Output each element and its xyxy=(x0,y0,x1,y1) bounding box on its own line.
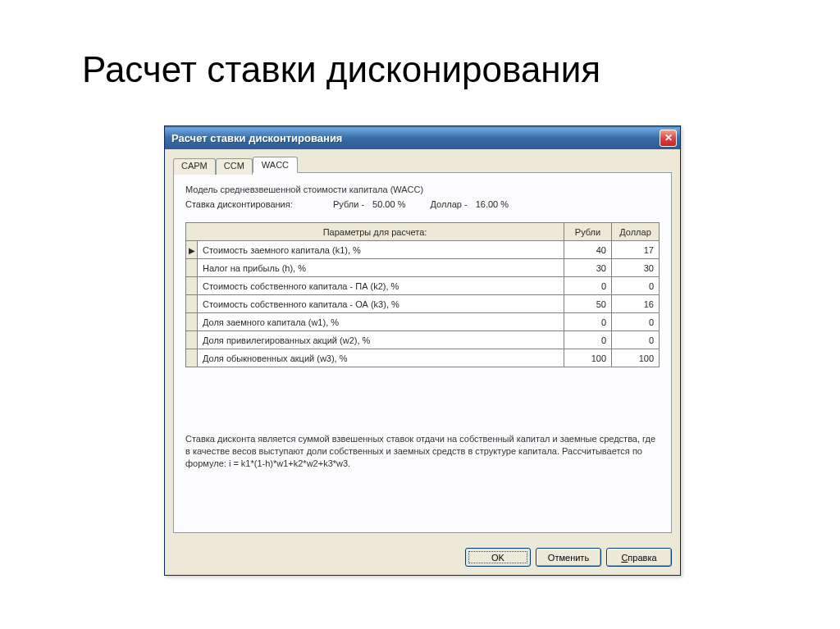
param-rub[interactable]: 0 xyxy=(564,313,612,331)
slide-title: Расчет ставки дисконирования xyxy=(82,49,600,90)
param-rub[interactable]: 100 xyxy=(564,349,612,367)
table-row[interactable]: Стоимость собственного капитала - ПА (k2… xyxy=(186,277,660,295)
rub-label: Рубли - xyxy=(333,199,364,209)
row-marker xyxy=(186,295,198,313)
tab-ccm[interactable]: CCM xyxy=(216,158,253,175)
param-name: Доля привилегированных акций (w2), % xyxy=(198,331,564,349)
tab-capm[interactable]: CAPM xyxy=(173,158,216,175)
param-rub[interactable]: 50 xyxy=(564,295,612,313)
row-marker xyxy=(186,313,198,331)
window-title: Расчет ставки дисконтирования xyxy=(171,132,342,144)
params-table[interactable]: Параметры для расчета: Рубли Доллар ▶Сто… xyxy=(185,222,660,367)
help-button[interactable]: Справка xyxy=(606,548,672,567)
param-name: Стоимость собственного капитала - ОА (k3… xyxy=(198,295,564,313)
table-row[interactable]: Доля заемного капитала (w1), %00 xyxy=(186,313,660,331)
param-name: Доля обыкновенных акций (w3), % xyxy=(198,349,564,367)
explanation-text: Ставка дисконта является суммой взвешенн… xyxy=(185,433,660,470)
table-row[interactable]: Стоимость собственного капитала - ОА (k3… xyxy=(186,295,660,313)
param-name: Стоимость собственного капитала - ПА (k2… xyxy=(198,277,564,295)
table-row[interactable]: ▶Стоимость заемного капитала (k1), %4017 xyxy=(186,241,660,259)
usd-label: Доллар - xyxy=(430,199,467,209)
tab-panel-wacc: Модель средневзвешенной стоимости капита… xyxy=(173,172,672,533)
param-name: Доля заемного капитала (w1), % xyxy=(198,313,564,331)
param-rub[interactable]: 0 xyxy=(564,277,612,295)
param-usd[interactable]: 30 xyxy=(612,259,660,277)
current-row-icon: ▶ xyxy=(189,246,195,255)
model-label: Модель средневзвешенной стоимости капита… xyxy=(185,185,660,194)
param-name: Стоимость заемного капитала (k1), % xyxy=(198,241,564,259)
row-marker xyxy=(186,277,198,295)
param-usd[interactable]: 16 xyxy=(612,295,660,313)
param-usd[interactable]: 0 xyxy=(612,331,660,349)
row-marker xyxy=(186,331,198,349)
col-rub: Рубли xyxy=(564,223,612,241)
row-marker xyxy=(186,349,198,367)
usd-value: 16.00 % xyxy=(476,199,509,209)
button-row: OK Отменить Справка xyxy=(165,541,680,575)
tab-wacc[interactable]: WACC xyxy=(253,157,298,173)
app-window: Расчет ставки дисконтирования ✕ CAPM CCM… xyxy=(164,125,681,576)
col-usd: Доллар xyxy=(612,223,660,241)
tab-strip: CAPM CCM WACC xyxy=(173,156,672,172)
rate-line: Ставка дисконтирования: Рубли - 50.00 % … xyxy=(185,199,660,209)
param-usd[interactable]: 100 xyxy=(612,349,660,367)
param-name: Налог на прибыль (h), % xyxy=(198,259,564,277)
ok-button[interactable]: OK xyxy=(465,548,531,567)
param-rub[interactable]: 30 xyxy=(564,259,612,277)
param-usd[interactable]: 0 xyxy=(612,313,660,331)
titlebar: Расчет ставки дисконтирования ✕ xyxy=(165,126,680,149)
param-usd[interactable]: 17 xyxy=(612,241,660,259)
close-button[interactable]: ✕ xyxy=(660,130,677,147)
window-body: CAPM CCM WACC Модель средневзвешенной ст… xyxy=(165,149,680,541)
col-param: Параметры для расчета: xyxy=(186,223,564,241)
slide: Расчет ставки дисконирования Расчет став… xyxy=(0,0,840,629)
cancel-button[interactable]: Отменить xyxy=(536,548,601,567)
rub-value: 50.00 % xyxy=(372,199,405,209)
close-icon: ✕ xyxy=(664,132,673,144)
table-row[interactable]: Доля обыкновенных акций (w3), %100100 xyxy=(186,349,660,367)
rate-label: Ставка дисконтирования: xyxy=(185,199,308,209)
param-rub[interactable]: 40 xyxy=(564,241,612,259)
row-marker: ▶ xyxy=(186,241,198,259)
param-rub[interactable]: 0 xyxy=(564,331,612,349)
table-row[interactable]: Доля привилегированных акций (w2), %00 xyxy=(186,331,660,349)
table-row[interactable]: Налог на прибыль (h), %3030 xyxy=(186,259,660,277)
param-usd[interactable]: 0 xyxy=(612,277,660,295)
row-marker xyxy=(186,259,198,277)
